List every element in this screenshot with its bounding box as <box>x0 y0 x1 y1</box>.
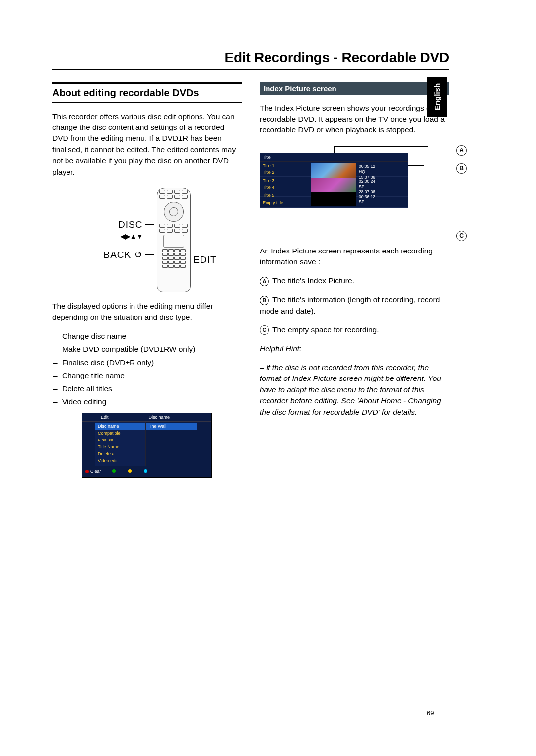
page-title: Edit Recordings - Recordable DVD <box>52 50 449 65</box>
edit-option-item: Finalise disc (DVD±R only) <box>62 357 242 368</box>
callout-c: C <box>456 231 467 241</box>
blue-dot-icon <box>144 469 147 473</box>
ips-after-fig: An Index Picture screen represents each … <box>260 246 449 268</box>
remote-label-disc: DISC <box>118 219 142 230</box>
index-picture-figure: Title Title 1 00:05:12 HQ 15.07.06 Tit <box>260 153 408 207</box>
ips-intro-paragraph: The Index Picture screen shows your reco… <box>260 103 449 136</box>
edit-option-item: Change disc name <box>62 331 242 342</box>
remote-figure: DISC ◀▶▲▼ BACK ↺ <box>52 188 242 292</box>
green-dot-icon <box>112 469 116 473</box>
edit-option-item: Change title name <box>62 370 242 381</box>
remote-label-back: BACK ↺ <box>103 249 142 260</box>
edit-menu-item: Finalise <box>95 437 145 443</box>
edit-menu-item: Compatible <box>95 430 145 437</box>
remote-label-arrows: ◀▶▲▼ <box>120 232 143 240</box>
ips-title: Title 2 <box>260 168 310 176</box>
edit-option-item: Delete all titles <box>62 383 242 394</box>
after-remote-paragraph: The displayed options in the editing men… <box>52 301 242 323</box>
edit-menu-figure: Edit Disc name Disc name Compatible Fina… <box>82 413 212 478</box>
intro-paragraph: This recorder offers various disc edit o… <box>52 111 242 178</box>
ips-title-header: Title <box>260 153 310 161</box>
ips-title: Title 4 <box>260 183 310 191</box>
edit-menu-item: Video edit <box>95 457 145 464</box>
remote-label-edit: EDIT <box>193 254 216 265</box>
yellow-dot-icon <box>128 469 132 473</box>
ips-item-a: A The title's Index Picture. <box>260 275 449 286</box>
language-tab: English <box>427 77 447 117</box>
edit-menu-item: Title Name <box>95 443 145 450</box>
heading-rule <box>52 102 242 103</box>
edit-menu-value: The Wall <box>146 423 197 430</box>
edit-menu-item: Delete all <box>95 450 145 457</box>
section-heading-about: About editing recordable DVDs <box>52 82 242 99</box>
callout-b: B <box>456 163 467 174</box>
callout-a: A <box>456 145 467 156</box>
page-number: 69 <box>427 709 434 717</box>
remote-body: EDIT <box>157 188 191 292</box>
edit-option-item: Video editing <box>62 396 242 407</box>
edit-menu-col-header: Edit <box>98 413 146 421</box>
title-rule <box>52 69 449 70</box>
ips-item-b: B The title's information (length of rec… <box>260 294 449 316</box>
ips-item-c: C The empty space for recording. <box>260 324 449 335</box>
edit-menu-col-header: Disc name <box>146 413 194 421</box>
ips-title-empty: Empty title <box>260 199 310 207</box>
hint-body: – If the disc is not recorded from this … <box>260 362 449 418</box>
red-dot-icon <box>85 470 89 473</box>
hint-title: Helpful Hint: <box>260 343 449 354</box>
edit-menu-item: Disc name <box>95 423 145 430</box>
edit-menu-clear-label: Clear <box>90 469 101 474</box>
subheading-index-picture: Index Picture screen <box>260 82 449 95</box>
edit-option-item: Make DVD compatible (DVD±RW only) <box>62 344 242 355</box>
